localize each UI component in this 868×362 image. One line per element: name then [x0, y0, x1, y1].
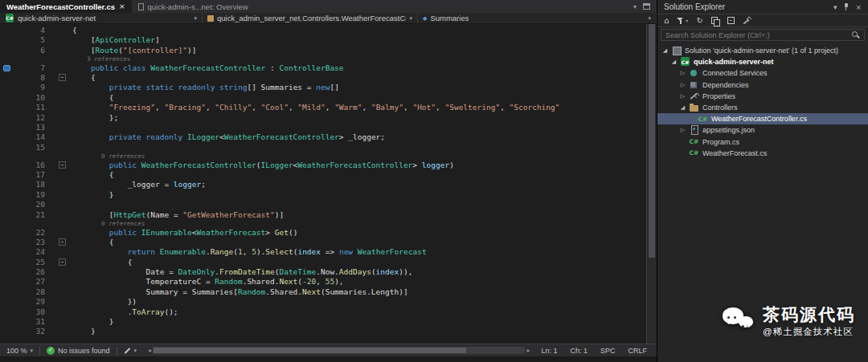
tree-item-properties[interactable]: ▷Properties	[657, 91, 868, 102]
breakpoint-margin[interactable]	[0, 267, 13, 277]
tab-project-overview[interactable]: quick-admin-s...net: Overview	[132, 0, 255, 13]
sync-icon[interactable]: ↻	[696, 16, 702, 25]
edit-tracker-control[interactable]: ▾	[124, 348, 137, 354]
tree-item-appsettings-json[interactable]: ▷appsettings.json	[657, 124, 868, 136]
breakpoint-margin[interactable]	[0, 327, 13, 336]
breakpoint-margin[interactable]	[0, 258, 13, 267]
code-line[interactable]: 28 Summary = Summaries[Random.Shared.Nex…	[0, 287, 657, 297]
tree-expand-arrow-icon[interactable]: ▷	[678, 82, 687, 88]
properties-icon[interactable]	[743, 17, 751, 25]
breakpoint-margin[interactable]	[0, 93, 13, 103]
codelens-references[interactable]: 3 references	[0, 55, 657, 63]
code-line[interactable]: 21 [HttpGet(Name = "GetWeatherForecast")…	[0, 210, 657, 220]
fold-collapse-icon[interactable]: –	[59, 238, 66, 246]
tree-item-connected-services[interactable]: ▷Connected Services	[657, 67, 868, 79]
scroll-right-icon[interactable]: ▸	[526, 347, 530, 354]
tree-item-controllers[interactable]: ◢Controllers	[657, 102, 868, 113]
codelens-text[interactable]: 0 references	[72, 220, 145, 228]
breakpoint-margin[interactable]	[0, 63, 13, 73]
code-line[interactable]: 17 {	[0, 170, 657, 180]
code-line[interactable]: 12 };	[0, 113, 657, 123]
scrollbar-track[interactable]	[153, 347, 525, 354]
code-line[interactable]: 23– {	[0, 238, 657, 247]
code-line[interactable]: 24 return Enumerable.Range(1, 5).Select(…	[0, 247, 657, 257]
code-line[interactable]: 18 _logger = logger;	[0, 180, 657, 189]
breakpoint-margin[interactable]	[0, 73, 13, 83]
breakpoint-margin[interactable]	[0, 247, 13, 257]
window-layout-icon[interactable]	[643, 3, 650, 10]
breakpoint-margin[interactable]	[0, 238, 13, 247]
fold-collapse-icon[interactable]: –	[59, 161, 66, 169]
breakpoint-margin[interactable]	[0, 161, 13, 170]
tree-item-quick-admin-server-net[interactable]: ◢C#quick-admin-server-net	[657, 56, 868, 67]
code-line[interactable]: 30 .ToArray();	[0, 307, 657, 317]
show-all-files-icon[interactable]	[711, 17, 719, 25]
breakpoint-margin[interactable]	[0, 228, 13, 238]
code-line[interactable]: 4{	[0, 26, 657, 35]
indent-mode[interactable]: SPC	[600, 347, 616, 355]
breakpoint-margin[interactable]	[0, 46, 13, 55]
home-icon[interactable]: ⌂	[664, 16, 669, 25]
collapse-all-icon[interactable]: –	[727, 17, 735, 24]
codelens-text[interactable]: 0 references	[72, 153, 145, 161]
code-line[interactable]: 20	[0, 200, 657, 209]
breakpoint-margin[interactable]	[0, 307, 13, 317]
breakpoint-margin[interactable]	[0, 317, 13, 327]
code-line[interactable]: 10 {	[0, 93, 657, 103]
breakpoint-margin[interactable]	[0, 113, 13, 123]
code-line[interactable]: 9 private static readonly string[] Summa…	[0, 83, 657, 92]
code-line[interactable]: 22 public IEnumerable<WeatherForecast> G…	[0, 228, 657, 238]
code-line[interactable]: 25– {	[0, 258, 657, 267]
tree-item-solution-quick-admin-server-net-1-of-1-p[interactable]: ◢Solution 'quick-admin-server-net' (1 of…	[657, 45, 868, 56]
member-dropdown[interactable]: ◆ Summaries ▾	[418, 13, 657, 23]
zoom-select[interactable]: 100 % ▾	[6, 347, 33, 355]
code-line[interactable]: 5 [ApiController]	[0, 35, 657, 45]
tree-collapse-arrow-icon[interactable]: ◢	[661, 47, 669, 54]
code-line[interactable]: 19 }	[0, 190, 657, 200]
code-line[interactable]: 6 [Route("[controller]")]	[0, 46, 657, 55]
tree-expand-arrow-icon[interactable]: ▷	[678, 93, 687, 100]
tree-collapse-arrow-icon[interactable]: ◢	[669, 59, 678, 65]
code-lines[interactable]: 4{5 [ApiController]6 [Route("[controller…	[0, 24, 657, 337]
breakpoint-margin[interactable]	[0, 287, 13, 297]
issues-indicator[interactable]: ✓ No issues found	[47, 347, 110, 355]
tree-item-program-cs[interactable]: C#Program.cs	[657, 136, 868, 148]
code-line[interactable]: 31 }	[0, 317, 657, 327]
close-tab-icon[interactable]: ×	[119, 2, 125, 10]
scrollbar-thumb[interactable]	[154, 348, 466, 353]
breakpoint-margin[interactable]	[0, 190, 13, 200]
tree-expand-arrow-icon[interactable]: ▷	[678, 70, 687, 76]
code-editor[interactable]: 4{5 [ApiController]6 [Route("[controller…	[0, 24, 657, 344]
code-line[interactable]: 26 Date = DateOnly.FromDateTime(DateTime…	[0, 267, 657, 277]
horizontal-scrollbar[interactable]: ◂ ▸	[148, 347, 530, 354]
breakpoint-margin[interactable]	[0, 103, 13, 112]
breakpoint-margin[interactable]	[0, 143, 13, 153]
line-ending[interactable]: CRLF	[628, 347, 647, 355]
breakpoint-margin[interactable]	[0, 210, 13, 220]
tree-item-dependencies[interactable]: ▷Dependencies	[657, 79, 868, 91]
tree-expand-arrow-icon[interactable]: ▷	[678, 127, 687, 133]
code-line[interactable]: 13	[0, 123, 657, 132]
breakpoint-margin[interactable]	[0, 180, 13, 189]
scrollbar-thumb[interactable]	[649, 24, 655, 258]
breakpoint-margin[interactable]	[0, 170, 13, 180]
scroll-left-icon[interactable]: ◂	[148, 347, 151, 354]
codelens-references[interactable]: 0 references	[0, 220, 657, 228]
line-indicator[interactable]: Ln: 1	[541, 347, 557, 355]
filter-icon[interactable]: ▾	[677, 17, 688, 24]
code-line[interactable]: 15	[0, 143, 657, 153]
type-dropdown[interactable]: quick_admin_server_net.Controllers.Weath…	[203, 13, 418, 23]
vertical-scrollbar[interactable]	[646, 24, 657, 344]
tab-weatherforecastcontroller-cs[interactable]: WeatherForecastController.cs ×	[0, 0, 132, 13]
breakpoint-margin[interactable]	[0, 132, 13, 142]
column-indicator[interactable]: Ch: 1	[570, 347, 588, 355]
tree-collapse-arrow-icon[interactable]: ◢	[678, 104, 687, 111]
pin-icon[interactable]	[843, 3, 849, 10]
search-icon[interactable]	[852, 31, 860, 39]
chevron-down-icon[interactable]: ▾	[833, 3, 837, 11]
tree-item-weatherforecastcontroller-cs[interactable]: C#WeatherForecastController.cs	[657, 113, 868, 124]
code-line[interactable]: 32 }	[0, 327, 657, 336]
breakpoint-margin[interactable]	[0, 297, 13, 307]
codelens-references[interactable]: 0 references	[0, 153, 657, 161]
breakpoint-margin[interactable]	[0, 35, 13, 45]
